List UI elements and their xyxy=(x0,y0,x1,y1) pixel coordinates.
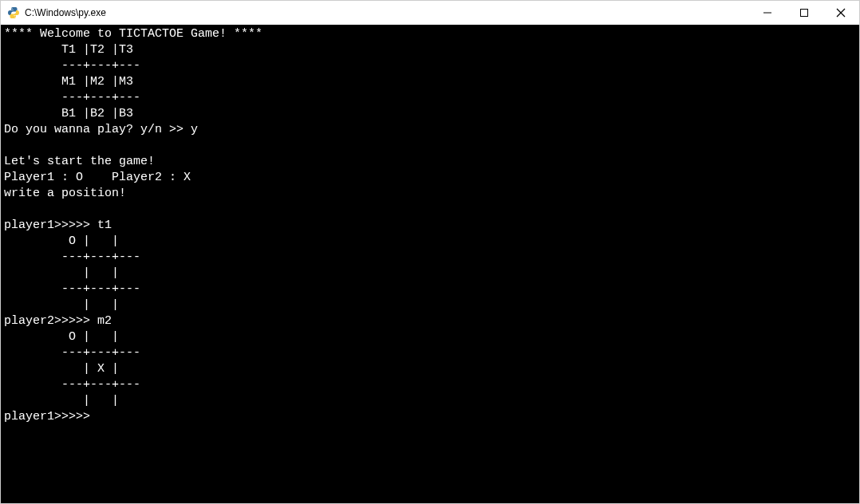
console-line: Player1 : O Player2 : X xyxy=(4,171,191,184)
console-line: write a position! xyxy=(4,187,126,200)
console-line: | | xyxy=(4,298,119,312)
minimize-button[interactable] xyxy=(749,1,786,25)
console-line: | | xyxy=(4,394,119,408)
window-title: C:\Windows\py.exe xyxy=(25,7,106,18)
console-line: O | | xyxy=(4,234,119,248)
close-button[interactable] xyxy=(823,1,859,25)
console-line: T1 |T2 |T3 xyxy=(4,43,133,57)
console-line: player1>>>>> xyxy=(4,410,90,423)
console-line: player2>>>>> m2 xyxy=(4,314,112,328)
console-line: Let's start the game! xyxy=(4,155,155,168)
console-line: Do you wanna play? y/n >> y xyxy=(4,123,198,136)
console-line: ---+---+--- xyxy=(4,250,140,264)
console-line: ---+---+--- xyxy=(4,346,140,360)
python-icon xyxy=(7,6,20,19)
console-area[interactable]: **** Welcome to TICTACTOE Game! **** T1 … xyxy=(1,25,859,503)
console-line: ---+---+--- xyxy=(4,282,140,296)
console-line: player1>>>>> t1 xyxy=(4,219,112,232)
window: C:\Windows\py.exe **** Welcome to TICTA xyxy=(0,0,860,504)
svg-point-0 xyxy=(11,8,12,9)
console-line: O | | xyxy=(4,330,119,344)
console-line: ---+---+--- xyxy=(4,59,140,73)
console-line: | | xyxy=(4,266,119,280)
console-line: B1 |B2 |B3 xyxy=(4,107,133,120)
maximize-button[interactable] xyxy=(786,1,823,25)
console-line: M1 |M2 |M3 xyxy=(4,75,133,89)
console-line: **** Welcome to TICTACTOE Game! **** xyxy=(4,27,262,41)
console-line: ---+---+--- xyxy=(4,378,140,392)
titlebar[interactable]: C:\Windows\py.exe xyxy=(1,1,859,25)
svg-rect-3 xyxy=(801,10,808,17)
console-line: ---+---+--- xyxy=(4,91,140,104)
svg-point-1 xyxy=(14,17,15,18)
console-line: | X | xyxy=(4,362,119,376)
window-controls xyxy=(749,1,859,25)
